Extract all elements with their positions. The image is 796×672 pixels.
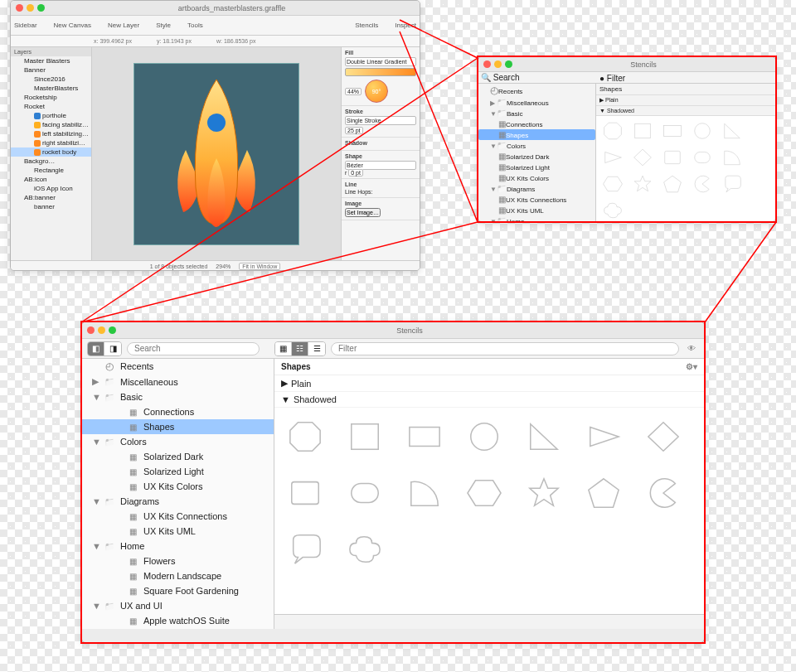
gradient-swatch[interactable] [345, 68, 416, 76]
shape-star[interactable] [525, 476, 563, 510]
shape-cloud[interactable] [601, 201, 624, 220]
sidebar-toggle-seg[interactable]: ◧ ◨ [87, 341, 122, 356]
shape-star[interactable] [631, 174, 654, 194]
layer-row[interactable]: left stabilizing… [11, 129, 91, 138]
shape-rounded-rect[interactable] [286, 476, 324, 510]
sidebar-item[interactable]: UX Kits Colors [478, 172, 595, 183]
set-image-button[interactable]: Set Image… [345, 208, 381, 217]
shape-right-triangle[interactable] [721, 121, 744, 141]
layer-row[interactable]: facing stabiliz… [11, 120, 91, 129]
sidebar-label[interactable]: Sidebar [14, 22, 37, 29]
shape-half-circle[interactable] [721, 147, 744, 167]
sidebar-item[interactable]: Recents [82, 359, 274, 374]
sidebar-hide-icon[interactable]: ◨ [104, 342, 121, 355]
cat-shadowed[interactable]: Shadowed [607, 108, 634, 114]
fill-pct[interactable]: 44% [345, 88, 362, 95]
zoom-icon[interactable] [505, 60, 512, 68]
new-layer-label[interactable]: New Layer [108, 22, 139, 29]
layer-row[interactable]: Rectangle [11, 166, 91, 175]
angle-dial[interactable]: 90° [365, 80, 388, 103]
sidebar-item[interactable]: Recents [478, 84, 595, 97]
shape-triangle[interactable] [601, 147, 624, 167]
inspect-label[interactable]: Inspect [395, 22, 416, 29]
style-label[interactable]: Style [156, 22, 171, 29]
shape-circle[interactable] [691, 121, 714, 141]
shape-pacman[interactable] [691, 174, 714, 194]
shape-square[interactable] [346, 419, 384, 454]
shape-radius[interactable]: 0 pt [348, 169, 363, 176]
zoom-value[interactable]: 294% [216, 263, 231, 269]
close-icon[interactable] [483, 60, 491, 68]
sidebar-item[interactable]: ▼Basic [82, 389, 274, 404]
list-view-icon[interactable]: ☰ [308, 342, 325, 355]
stencils-sidebar[interactable]: Recents▶Miscellaneous▼BasicConnectionsSh… [82, 359, 274, 629]
stencils-sidebar[interactable]: Recents▶Miscellaneous▼BasicConnectionsSh… [478, 84, 596, 221]
sidebar-show-icon[interactable]: ◧ [88, 342, 104, 355]
view-mode-seg[interactable]: ▦ ☷ ☰ [274, 341, 326, 356]
minimize-icon[interactable] [27, 4, 34, 12]
artboard[interactable] [133, 63, 299, 245]
sidebar-item[interactable]: Solarized Light [478, 162, 595, 172]
shape-rounded-rect[interactable] [661, 147, 684, 167]
minimize-icon[interactable] [98, 326, 105, 334]
cat-plain-row[interactable]: ▶Plain [274, 375, 704, 392]
layer-row[interactable]: Backgro… [11, 157, 91, 166]
zoom-icon[interactable] [37, 4, 45, 12]
shape-circle[interactable] [465, 419, 503, 454]
layer-row[interactable]: porthole [11, 111, 91, 120]
layer-row[interactable]: Banner [11, 65, 91, 75]
stencils-label[interactable]: Stencils [355, 22, 378, 29]
rocket-shape[interactable] [154, 71, 279, 237]
layer-row[interactable]: Master Blasters [11, 56, 91, 65]
shape-capsule[interactable] [346, 476, 384, 510]
eye-icon[interactable]: 👁 [684, 344, 699, 353]
layer-row[interactable]: Since2016 [11, 75, 91, 84]
sidebar-item[interactable]: ▶Miscellaneous [82, 374, 274, 389]
shape-hexagon[interactable] [601, 174, 624, 194]
sidebar-item[interactable]: UX Kits Connections [82, 509, 274, 524]
detail-view-icon[interactable]: ☷ [292, 342, 308, 355]
search-input[interactable] [127, 342, 260, 355]
layer-row[interactable]: rocket body [11, 147, 91, 157]
sidebar-item[interactable]: Flowers [82, 554, 274, 568]
shape-triangle[interactable] [585, 419, 623, 454]
shape-capsule[interactable] [691, 147, 714, 167]
sidebar-item[interactable]: UX Kits Connections [478, 194, 595, 205]
sidebar-item[interactable]: ▼Diagrams [478, 183, 595, 194]
sidebar-item[interactable]: ▼Home [82, 539, 274, 554]
close-icon[interactable] [87, 326, 95, 334]
sidebar-item[interactable]: Modern Landscape [82, 568, 274, 583]
sidebar-item[interactable]: Solarized Dark [82, 449, 274, 464]
shape-cloud[interactable] [346, 532, 384, 567]
sidebar-item[interactable]: ▶Miscellaneous [478, 97, 595, 108]
layer-row[interactable]: right stabilizi… [11, 138, 91, 147]
layer-row[interactable]: AB:icon [11, 175, 91, 184]
sidebar-item[interactable]: ▼Colors [478, 140, 595, 151]
shape-hexagon[interactable] [465, 476, 503, 510]
sidebar-item[interactable]: Solarized Dark [478, 151, 595, 162]
layer-row[interactable]: Rocket [11, 102, 91, 111]
sidebar-item[interactable]: UX Kits UML [478, 205, 595, 215]
sidebar-item[interactable]: Apple watchOS Suite [82, 613, 274, 628]
filter-input[interactable]: ● Filter [599, 74, 772, 83]
layer-row[interactable]: Rocketship [11, 93, 91, 102]
sidebar-item[interactable]: Solarized Light [82, 464, 274, 479]
layers-panel[interactable]: Layers Master BlastersBannerSince2016Mas… [11, 47, 92, 260]
sidebar-item[interactable]: Connections [82, 404, 274, 419]
shape-octagon[interactable] [286, 419, 324, 454]
zoom-icon[interactable] [109, 326, 116, 334]
new-canvas-label[interactable]: New Canvas [54, 22, 91, 29]
layer-row[interactable]: banner [11, 202, 91, 211]
shape-octagon[interactable] [601, 121, 624, 141]
layer-row[interactable]: AB:banner [11, 193, 91, 202]
titlebar[interactable]: Stencils [478, 57, 775, 72]
canvas-area[interactable] [92, 47, 341, 260]
shape-half-circle[interactable] [405, 476, 444, 510]
tools-label[interactable]: Tools [187, 22, 203, 29]
shape-square[interactable] [631, 121, 654, 141]
filter-input[interactable] [331, 342, 679, 355]
sidebar-item[interactable]: Connections [478, 118, 595, 129]
inspector-panel[interactable]: Fill Double Linear Gradient 44% 90° Stro… [341, 47, 420, 260]
shapes-grid[interactable] [274, 408, 704, 614]
gear-icon[interactable]: ⚙︎▾ [686, 362, 697, 371]
